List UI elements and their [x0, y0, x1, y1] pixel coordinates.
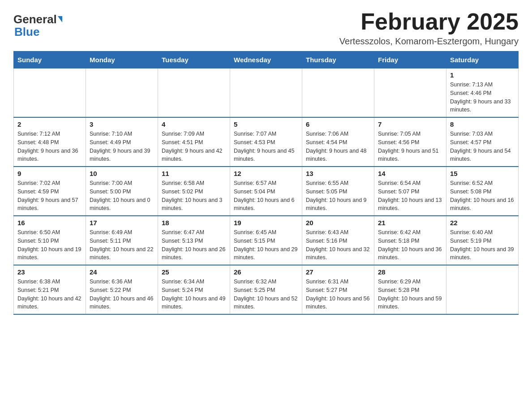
calendar-cell: 24Sunrise: 6:36 AMSunset: 5:22 PMDayligh…: [86, 265, 158, 314]
calendar-cell: 20Sunrise: 6:43 AMSunset: 5:16 PMDayligh…: [302, 216, 374, 265]
day-info: Sunrise: 6:49 AMSunset: 5:11 PMDaylight:…: [90, 228, 154, 262]
day-info: Sunrise: 6:34 AMSunset: 5:24 PMDaylight:…: [162, 278, 226, 311]
calendar-cell: 7Sunrise: 7:05 AMSunset: 4:56 PMDaylight…: [374, 117, 446, 167]
calendar-cell: 19Sunrise: 6:45 AMSunset: 5:15 PMDayligh…: [230, 216, 302, 265]
calendar-cell: 25Sunrise: 6:34 AMSunset: 5:24 PMDayligh…: [158, 265, 230, 314]
calendar-subtitle: Vertesszolos, Komarom-Esztergom, Hungary: [339, 36, 519, 47]
calendar-cell: 4Sunrise: 7:09 AMSunset: 4:51 PMDaylight…: [158, 117, 230, 167]
day-info: Sunrise: 7:06 AMSunset: 4:54 PMDaylight:…: [306, 130, 370, 163]
day-number: 6: [306, 120, 370, 128]
logo-arrow-icon: [58, 16, 62, 22]
calendar-cell: 22Sunrise: 6:40 AMSunset: 5:19 PMDayligh…: [446, 216, 519, 265]
calendar-cell: [446, 265, 519, 314]
calendar-cell: 8Sunrise: 7:03 AMSunset: 4:57 PMDaylight…: [446, 117, 519, 167]
calendar-cell: 11Sunrise: 6:58 AMSunset: 5:02 PMDayligh…: [158, 167, 230, 216]
day-header-thursday: Thursday: [302, 51, 374, 68]
day-info: Sunrise: 7:05 AMSunset: 4:56 PMDaylight:…: [378, 130, 442, 163]
calendar-cell: 17Sunrise: 6:49 AMSunset: 5:11 PMDayligh…: [86, 216, 158, 265]
day-header-monday: Monday: [86, 51, 158, 68]
day-info: Sunrise: 6:38 AMSunset: 5:21 PMDaylight:…: [17, 278, 82, 311]
day-number: 1: [450, 71, 515, 79]
logo-blue-text: Blue: [14, 25, 39, 39]
day-number: 13: [306, 170, 370, 177]
day-number: 26: [234, 268, 298, 276]
week-row-1: 1Sunrise: 7:13 AMSunset: 4:46 PMDaylight…: [14, 68, 519, 118]
day-number: 10: [90, 170, 154, 177]
day-info: Sunrise: 6:47 AMSunset: 5:13 PMDaylight:…: [162, 228, 226, 262]
day-number: 25: [162, 268, 226, 276]
calendar-cell: 9Sunrise: 7:02 AMSunset: 4:59 PMDaylight…: [14, 167, 86, 216]
logo-general-text: General: [13, 13, 57, 25]
day-info: Sunrise: 6:31 AMSunset: 5:27 PMDaylight:…: [306, 278, 370, 311]
calendar-cell: 14Sunrise: 6:54 AMSunset: 5:07 PMDayligh…: [374, 167, 446, 216]
day-info: Sunrise: 7:07 AMSunset: 4:53 PMDaylight:…: [234, 130, 298, 163]
day-number: 18: [162, 219, 226, 227]
day-info: Sunrise: 6:52 AMSunset: 5:08 PMDaylight:…: [450, 179, 515, 213]
logo: General Blue: [13, 13, 62, 39]
day-info: Sunrise: 7:03 AMSunset: 4:57 PMDaylight:…: [450, 130, 515, 163]
day-number: 3: [90, 120, 154, 128]
day-header-row: SundayMondayTuesdayWednesdayThursdayFrid…: [14, 51, 519, 68]
day-number: 12: [234, 170, 298, 177]
day-number: 27: [306, 268, 370, 276]
week-row-5: 23Sunrise: 6:38 AMSunset: 5:21 PMDayligh…: [14, 265, 519, 314]
page-header: General Blue February 2025 Vertesszolos,…: [13, 9, 519, 47]
day-info: Sunrise: 7:13 AMSunset: 4:46 PMDaylight:…: [450, 81, 515, 114]
day-info: Sunrise: 6:54 AMSunset: 5:07 PMDaylight:…: [378, 179, 442, 213]
day-number: 21: [378, 219, 442, 227]
day-number: 15: [450, 170, 515, 177]
day-number: 24: [90, 268, 154, 276]
day-number: 23: [17, 268, 82, 276]
calendar-title: February 2025: [339, 9, 519, 34]
day-number: 11: [162, 170, 226, 177]
day-info: Sunrise: 7:02 AMSunset: 4:59 PMDaylight:…: [17, 179, 82, 213]
calendar-cell: [374, 68, 446, 118]
day-info: Sunrise: 7:00 AMSunset: 5:00 PMDaylight:…: [90, 179, 154, 213]
calendar-header: SundayMondayTuesdayWednesdayThursdayFrid…: [14, 51, 519, 68]
calendar-cell: 23Sunrise: 6:38 AMSunset: 5:21 PMDayligh…: [14, 265, 86, 314]
calendar-cell: 10Sunrise: 7:00 AMSunset: 5:00 PMDayligh…: [86, 167, 158, 216]
day-header-friday: Friday: [374, 51, 446, 68]
day-info: Sunrise: 6:43 AMSunset: 5:16 PMDaylight:…: [306, 228, 370, 262]
day-number: 9: [17, 170, 82, 177]
calendar-cell: 2Sunrise: 7:12 AMSunset: 4:48 PMDaylight…: [14, 117, 86, 167]
week-row-3: 9Sunrise: 7:02 AMSunset: 4:59 PMDaylight…: [14, 167, 519, 216]
calendar-cell: [230, 68, 302, 118]
day-number: 20: [306, 219, 370, 227]
day-number: 2: [17, 120, 82, 128]
day-info: Sunrise: 6:50 AMSunset: 5:10 PMDaylight:…: [17, 228, 82, 262]
day-info: Sunrise: 7:09 AMSunset: 4:51 PMDaylight:…: [162, 130, 226, 163]
week-row-2: 2Sunrise: 7:12 AMSunset: 4:48 PMDaylight…: [14, 117, 519, 167]
day-info: Sunrise: 6:36 AMSunset: 5:22 PMDaylight:…: [90, 278, 154, 311]
calendar-cell: 16Sunrise: 6:50 AMSunset: 5:10 PMDayligh…: [14, 216, 86, 265]
calendar-cell: 12Sunrise: 6:57 AMSunset: 5:04 PMDayligh…: [230, 167, 302, 216]
title-section: February 2025 Vertesszolos, Komarom-Eszt…: [339, 9, 519, 47]
calendar-cell: 26Sunrise: 6:32 AMSunset: 5:25 PMDayligh…: [230, 265, 302, 314]
day-number: 8: [450, 120, 515, 128]
day-number: 19: [234, 219, 298, 227]
day-info: Sunrise: 6:40 AMSunset: 5:19 PMDaylight:…: [450, 228, 515, 262]
calendar-cell: [158, 68, 230, 118]
calendar-cell: [86, 68, 158, 118]
day-number: 16: [17, 219, 82, 227]
day-number: 28: [378, 268, 442, 276]
week-row-4: 16Sunrise: 6:50 AMSunset: 5:10 PMDayligh…: [14, 216, 519, 265]
day-header-saturday: Saturday: [446, 51, 519, 68]
calendar-cell: 28Sunrise: 6:29 AMSunset: 5:28 PMDayligh…: [374, 265, 446, 314]
day-info: Sunrise: 6:55 AMSunset: 5:05 PMDaylight:…: [306, 179, 370, 213]
calendar-cell: 1Sunrise: 7:13 AMSunset: 4:46 PMDaylight…: [446, 68, 519, 118]
day-header-tuesday: Tuesday: [158, 51, 230, 68]
day-info: Sunrise: 6:45 AMSunset: 5:15 PMDaylight:…: [234, 228, 298, 262]
calendar-cell: 18Sunrise: 6:47 AMSunset: 5:13 PMDayligh…: [158, 216, 230, 265]
calendar-cell: 21Sunrise: 6:42 AMSunset: 5:18 PMDayligh…: [374, 216, 446, 265]
calendar-cell: 5Sunrise: 7:07 AMSunset: 4:53 PMDaylight…: [230, 117, 302, 167]
day-info: Sunrise: 6:58 AMSunset: 5:02 PMDaylight:…: [162, 179, 226, 213]
day-info: Sunrise: 7:10 AMSunset: 4:49 PMDaylight:…: [90, 130, 154, 163]
calendar-cell: 27Sunrise: 6:31 AMSunset: 5:27 PMDayligh…: [302, 265, 374, 314]
day-number: 4: [162, 120, 226, 128]
day-number: 22: [450, 219, 515, 227]
day-number: 14: [378, 170, 442, 177]
calendar-table: SundayMondayTuesdayWednesdayThursdayFrid…: [13, 51, 519, 315]
day-header-sunday: Sunday: [14, 51, 86, 68]
calendar-cell: [14, 68, 86, 118]
